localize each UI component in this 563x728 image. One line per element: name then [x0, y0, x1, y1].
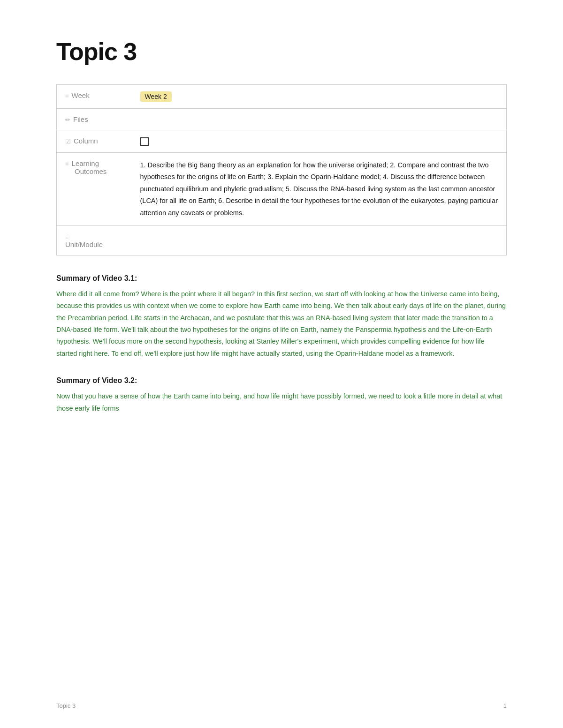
- learning-row: ≡Learning Outcomes 1. Describe the Big B…: [57, 153, 507, 226]
- page-container: Topic 3 ≡Week Week 2 ✏Files ☑Column: [0, 0, 563, 728]
- summary-title-1: Summary of Video 3.1:: [56, 274, 507, 283]
- column-value: [132, 130, 507, 153]
- learning-outcomes-text: 1. Describe the Big Bang theory as an ex…: [140, 159, 498, 219]
- unit-row: ≡ Unit/Module: [57, 225, 507, 255]
- unit-label: ≡ Unit/Module: [57, 225, 132, 255]
- unit-value: [132, 225, 507, 255]
- page-footer: Topic 3 1: [56, 702, 507, 709]
- learning-outcomes-value: 1. Describe the Big Bang theory as an ex…: [132, 153, 507, 226]
- files-value: [132, 109, 507, 130]
- week-value: Week 2: [132, 85, 507, 109]
- week-badge[interactable]: Week 2: [140, 91, 172, 102]
- summaries-container: Summary of Video 3.1: Where did it all c…: [56, 274, 507, 414]
- files-row: ✏Files: [57, 109, 507, 130]
- footer-label: Topic 3: [56, 702, 76, 709]
- column-icon: ☑: [65, 138, 71, 145]
- column-label: ☑Column: [57, 130, 132, 153]
- page-title: Topic 3: [56, 38, 507, 66]
- column-row: ☑Column: [57, 130, 507, 153]
- page-number: 1: [503, 702, 507, 709]
- learning-outcomes-label: ≡Learning Outcomes: [57, 153, 132, 226]
- files-icon: ✏: [65, 116, 70, 123]
- unit-icon: ≡: [65, 233, 69, 240]
- week-label: ≡Week: [57, 85, 132, 109]
- summary-title-2: Summary of Video 3.2:: [56, 376, 507, 385]
- properties-table: ≡Week Week 2 ✏Files ☑Column ≡Learning Ou…: [56, 84, 507, 255]
- summary-section-1: Summary of Video 3.1: Where did it all c…: [56, 274, 507, 360]
- week-icon: ≡: [65, 92, 69, 99]
- summary-section-2: Summary of Video 3.2: Now that you have …: [56, 376, 507, 414]
- week-row: ≡Week Week 2: [57, 85, 507, 109]
- checkbox-icon: [140, 137, 149, 146]
- summary-text-2: Now that you have a sense of how the Ear…: [56, 390, 507, 414]
- learning-icon: ≡: [65, 160, 69, 167]
- files-label: ✏Files: [57, 109, 132, 130]
- summary-text-1: Where did it all come from? Where is the…: [56, 288, 507, 360]
